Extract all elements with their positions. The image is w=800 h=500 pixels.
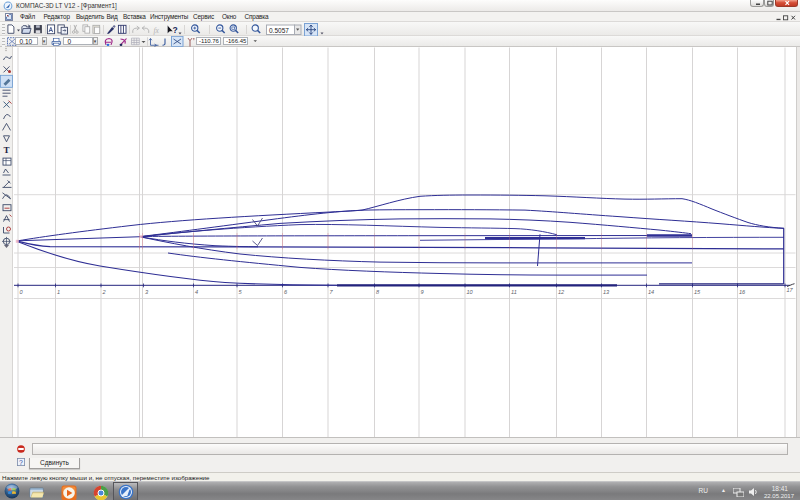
svg-text:fx: fx: [154, 26, 160, 35]
svg-text:0: 0: [20, 289, 24, 295]
svg-text:17: 17: [787, 286, 794, 292]
svg-text:7: 7: [330, 289, 334, 295]
svg-text:4: 4: [195, 289, 198, 295]
svg-text:16: 16: [739, 289, 746, 295]
svg-text:T: T: [4, 145, 10, 155]
svg-text:14: 14: [648, 289, 654, 295]
svg-text:3: 3: [145, 289, 149, 295]
svg-text:6: 6: [284, 289, 288, 295]
svg-text:15: 15: [694, 289, 701, 295]
svg-text:5: 5: [239, 289, 243, 295]
svg-text:1: 1: [57, 289, 60, 295]
svg-text:13: 13: [603, 289, 610, 295]
svg-text:12: 12: [558, 289, 565, 295]
svg-text:10: 10: [467, 289, 474, 295]
svg-text:?: ?: [19, 459, 23, 466]
svg-text:2: 2: [102, 289, 107, 295]
svg-text:11: 11: [511, 289, 517, 295]
svg-text:0.5057: 0.5057: [269, 26, 289, 33]
svg-text:9: 9: [421, 289, 424, 295]
svg-text:8: 8: [376, 289, 380, 295]
svg-text:?: ?: [173, 25, 178, 35]
